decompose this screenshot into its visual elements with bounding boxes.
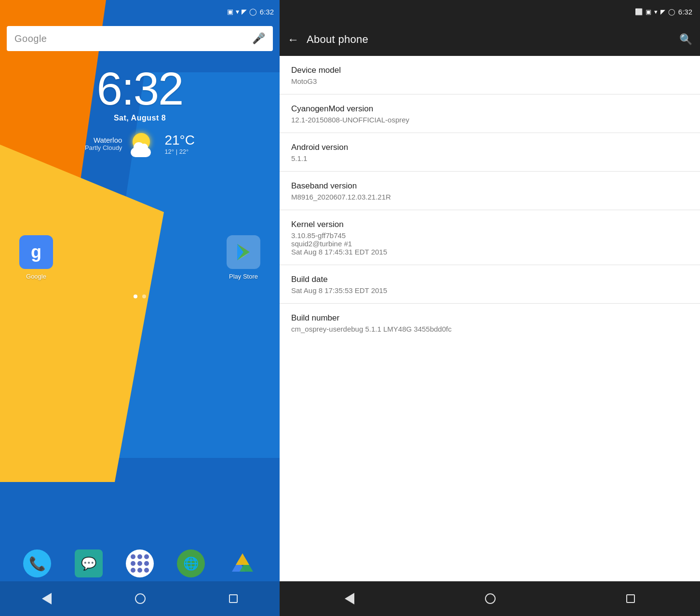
- app-playstore-wrapper[interactable]: Play Store: [227, 235, 260, 280]
- weather-condition: Partly Cloudy: [85, 144, 122, 151]
- dock-phone-icon[interactable]: 📞: [23, 549, 51, 577]
- apps-grid-icon: [131, 554, 149, 573]
- back-button[interactable]: ←: [287, 33, 299, 46]
- playstore-app-label: Play Store: [229, 273, 258, 280]
- apps-dot: [137, 568, 142, 573]
- nav-bar-left: [0, 581, 280, 616]
- temp-range: 12° | 22°: [164, 148, 195, 155]
- settings-value-kernel: 3.10.85-gff7b745 squid2@turbine #1 Sat A…: [291, 231, 688, 256]
- vibrate-icon-right: ▣: [646, 8, 651, 15]
- clock-date: Sat, August 8: [0, 114, 280, 122]
- weather-location: Waterloo Partly Cloudy: [85, 136, 122, 151]
- clock-time: 6:32: [0, 66, 280, 112]
- search-button[interactable]: 🔍: [679, 33, 692, 46]
- playstore-app-icon[interactable]: [227, 235, 260, 269]
- dock-apps-icon[interactable]: [126, 549, 154, 577]
- nav-recent-button-right[interactable]: [626, 594, 635, 603]
- settings-value-device-model: MotoG3: [291, 77, 688, 85]
- settings-item-kernel[interactable]: Kernel version 3.10.85-gff7b745 squid2@t…: [280, 210, 700, 265]
- nav-back-button-left[interactable]: [42, 593, 52, 604]
- alarm-icon-right: ◯: [668, 8, 675, 15]
- google-app-icon[interactable]: g: [19, 235, 53, 269]
- page-dot-1: [134, 295, 137, 298]
- settings-label-android-version: Android version: [291, 143, 688, 152]
- messages-icon: 💬: [81, 556, 96, 571]
- weather-icon: [129, 129, 158, 158]
- settings-label-build-number: Build number: [291, 313, 688, 323]
- google-search-text: Google: [14, 33, 252, 44]
- playstore-svg: [234, 243, 253, 261]
- signal-icon: ◤: [242, 8, 247, 15]
- settings-list: Device model MotoG3 CyanogenMod version …: [280, 56, 700, 581]
- apps-dot: [131, 554, 135, 559]
- status-time-left: 6:32: [260, 8, 274, 16]
- home-icons: g Google Play Store: [0, 235, 280, 280]
- settings-label-baseband: Baseband version: [291, 181, 688, 191]
- nav-home-button-right[interactable]: [485, 593, 496, 604]
- nav-home-button-left[interactable]: [135, 593, 146, 604]
- settings-item-build-date[interactable]: Build date Sat Aug 8 17:35:53 EDT 2015: [280, 265, 700, 304]
- apps-dot: [131, 568, 135, 573]
- settings-value-build-date: Sat Aug 8 17:35:53 EDT 2015: [291, 286, 688, 295]
- svg-marker-6: [236, 553, 249, 565]
- apps-dot: [137, 561, 142, 566]
- apps-dot: [137, 554, 142, 559]
- phone-icon: 📞: [29, 556, 46, 572]
- apps-dot: [131, 561, 135, 566]
- page-dot-2: [142, 295, 146, 298]
- search-bar[interactable]: Google 🎤: [7, 26, 273, 51]
- settings-item-device-model[interactable]: Device model MotoG3: [280, 56, 700, 94]
- weather-city: Waterloo: [85, 136, 122, 144]
- weather-widget: Waterloo Partly Cloudy 21°C 12° | 22°: [0, 129, 280, 158]
- google-g-letter: g: [31, 242, 41, 262]
- apps-dot: [144, 554, 149, 559]
- nav-recent-button-left[interactable]: [229, 594, 238, 603]
- google-app-label: Google: [26, 273, 46, 280]
- cloud-icon: [129, 145, 153, 157]
- status-time-right: 6:32: [678, 8, 692, 16]
- apps-dot: [144, 561, 149, 566]
- right-panel: ⬜ ▣ ▾ ◤ ◯ 6:32 ← About phone 🔍 Device mo…: [280, 0, 700, 616]
- cloud-shape: [131, 147, 151, 157]
- nav-back-button-right[interactable]: [345, 593, 354, 604]
- nav-bar-right: [280, 581, 700, 616]
- dock-messages-icon[interactable]: 💬: [75, 549, 103, 577]
- mic-icon[interactable]: 🎤: [252, 32, 265, 45]
- toolbar-title: About phone: [307, 33, 672, 46]
- settings-item-baseband[interactable]: Baseband version M8916_2020607.12.03.21.…: [280, 172, 700, 210]
- settings-value-baseband: M8916_2020607.12.03.21.21R: [291, 193, 688, 201]
- settings-item-android-version[interactable]: Android version 5.1.1: [280, 133, 700, 172]
- dock-maps-icon[interactable]: 🌐: [177, 549, 205, 577]
- page-dots: [0, 295, 280, 298]
- settings-label-cyanogenmod: CyanogenMod version: [291, 104, 688, 114]
- screenshot-icon-right: ⬜: [635, 8, 643, 15]
- dock-drive-icon[interactable]: [229, 549, 256, 577]
- maps-icon: 🌐: [183, 556, 199, 571]
- dock: 📞 💬 🌐: [0, 549, 280, 577]
- clock-widget: 6:32 Sat, August 8: [0, 66, 280, 122]
- settings-item-build-number[interactable]: Build number cm_osprey-userdebug 5.1.1 L…: [280, 304, 700, 342]
- settings-value-cyanogenmod: 12.1-20150808-UNOFFICIAL-osprey: [291, 116, 688, 124]
- toolbar: ← About phone 🔍: [280, 23, 700, 56]
- weather-temp: 21°C 12° | 22°: [164, 133, 195, 155]
- signal-icon-right: ◤: [660, 8, 665, 15]
- settings-item-cyanogenmod[interactable]: CyanogenMod version 12.1-20150808-UNOFFI…: [280, 94, 700, 133]
- wifi-icon-right: ▾: [654, 8, 658, 15]
- wifi-icon: ▾: [236, 8, 239, 15]
- alarm-icon: ◯: [249, 8, 257, 15]
- temp-current: 21°C: [164, 133, 195, 148]
- app-google-wrapper[interactable]: g Google: [19, 235, 53, 280]
- settings-label-build-date: Build date: [291, 275, 688, 284]
- settings-value-android-version: 5.1.1: [291, 154, 688, 162]
- left-panel: ▣ ▾ ◤ ◯ 6:32 Google 🎤 6:32 Sat, August 8…: [0, 0, 280, 616]
- status-bar-left: ▣ ▾ ◤ ◯ 6:32: [0, 0, 280, 23]
- settings-label-kernel: Kernel version: [291, 220, 688, 229]
- settings-value-build-number: cm_osprey-userdebug 5.1.1 LMY48G 3455bdd…: [291, 325, 688, 333]
- drive-svg-icon: [231, 553, 254, 574]
- vibrate-icon: ▣: [227, 8, 233, 15]
- apps-dot: [144, 568, 149, 573]
- status-bar-right: ⬜ ▣ ▾ ◤ ◯ 6:32: [280, 0, 700, 23]
- status-icons-left: ▣ ▾ ◤ ◯: [227, 8, 257, 15]
- settings-label-device-model: Device model: [291, 66, 688, 75]
